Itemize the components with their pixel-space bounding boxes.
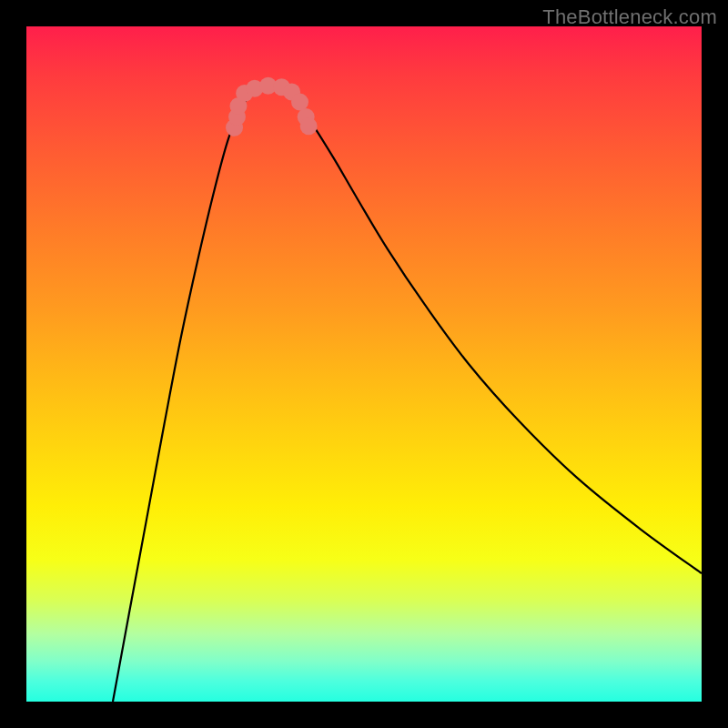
- data-point: [291, 94, 308, 111]
- plot-area: [26, 26, 702, 702]
- chart-frame: TheBottleneck.com: [0, 0, 728, 728]
- data-point: [300, 117, 318, 135]
- data-point-markers: [26, 26, 702, 702]
